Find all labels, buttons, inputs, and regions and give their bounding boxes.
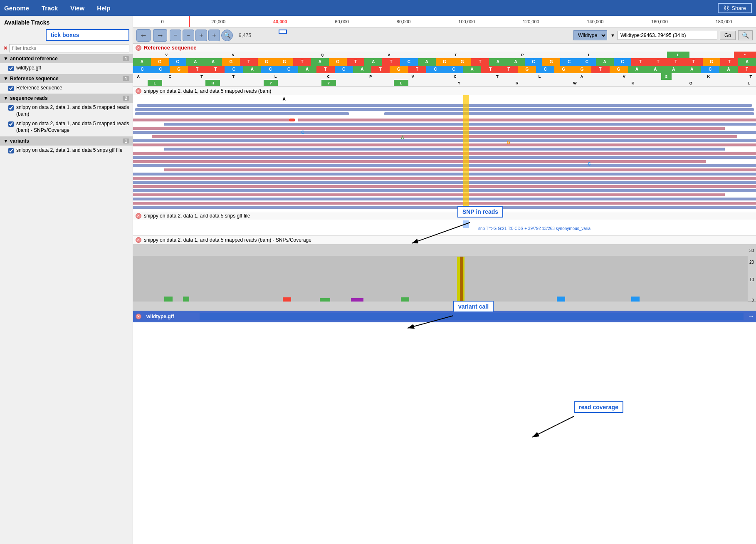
ref-seq-label: Reference sequence — [144, 45, 196, 51]
snp-in-reads-callout: SNP in reads — [457, 206, 503, 218]
cov-snip-red — [283, 297, 291, 302]
snp-track-close-btn[interactable]: ✕ — [136, 213, 141, 219]
ruler-tick-3: 60,000 — [335, 19, 349, 24]
go-button[interactable]: Go — [720, 31, 736, 40]
cov-y-0: 0 — [751, 298, 754, 303]
cov-peak-orange — [460, 257, 463, 302]
ref-seq-close-btn[interactable]: ✕ — [136, 45, 141, 51]
ruler-tick-6: 120,000 — [523, 19, 539, 24]
menu-view[interactable]: View — [70, 5, 84, 12]
menu-genome[interactable]: Genome — [4, 5, 29, 12]
track-group-header-annotated[interactable]: ▼annotated reference 1 — [0, 54, 133, 63]
zoom-out-btn-2[interactable]: − — [183, 30, 194, 41]
ruler-tick-2: 40,000 — [273, 19, 287, 24]
ruler-tick-5: 100,000 — [458, 19, 475, 24]
zoom-in-btn-2[interactable]: + — [208, 30, 220, 41]
coverage-close-btn[interactable]: ✕ — [136, 237, 141, 243]
controls-row: ← → − − + + 🔍 9,475 Wildtype ▼ Go 🔍 — [133, 27, 756, 44]
cov-y-30: 30 — [749, 248, 754, 253]
annot-bar — [200, 313, 744, 320]
track-item-snps-gff: snippy on data 2, data 1, and data 5 snp… — [0, 146, 133, 156]
right-panel: 0 20,000 40,000 60,000 80,000 100,000 12… — [133, 16, 756, 544]
read-row-p5 — [133, 143, 756, 146]
ruler-tick-4: 80,000 — [397, 19, 411, 24]
menu-items: Genome Track View Help — [4, 5, 718, 12]
reference-seq-track: ✕ Reference sequence V V Q V T — [133, 44, 756, 87]
ruler-tick-1: 20,000 — [211, 19, 225, 24]
zoom-out-btn[interactable]: − — [170, 30, 181, 41]
cov-bg-bar — [133, 256, 748, 302]
track-checkbox-reads-bam[interactable] — [8, 105, 14, 111]
reads-label: snippy on data 2, data 1, and data 5 map… — [144, 88, 271, 94]
reads-area: A C — [133, 95, 756, 212]
menu-track[interactable]: Track — [42, 5, 58, 12]
read-row-b13 — [133, 206, 756, 209]
track-group-header-variants[interactable]: ▼variants 1 — [0, 136, 133, 146]
read-a-label: A — [283, 97, 286, 101]
location-select[interactable]: Wildtype — [573, 30, 607, 40]
track-checkbox-snps-gff[interactable] — [8, 148, 14, 153]
read-c-label2: C — [588, 162, 591, 166]
genome-viewer[interactable]: ✕ Reference sequence V V Q V T — [133, 44, 756, 544]
read-row-pink-2 — [298, 119, 756, 121]
read-coverage-arrow — [524, 412, 590, 445]
filter-clear-icon[interactable]: ✕ — [3, 45, 7, 51]
search-icon-btn[interactable]: 🔍 — [738, 30, 753, 40]
read-row-b12 — [133, 198, 756, 200]
snp-detail-text: snp T=>G G:21 T:0 CDS + 39/792 13/263 sy… — [476, 225, 593, 232]
zoom-callout — [279, 30, 287, 34]
read-row-p7 — [133, 160, 706, 163]
track-item-wildtype-gff: wildtype.gff — [0, 63, 133, 73]
reads-track: ✕ snippy on data 2, data 1, and data 5 m… — [133, 87, 756, 212]
main-layout: Available Tracks tick boxes ✕ ▼annotated… — [0, 16, 756, 544]
read-row-p9 — [133, 177, 756, 180]
share-button[interactable]: ⛓ Share — [718, 3, 752, 13]
read-g-label: G — [507, 140, 510, 145]
read-row-b6 — [164, 148, 725, 151]
read-row-3 — [135, 112, 349, 115]
cov-snip-purple — [351, 298, 363, 302]
dna-row-2: C C G T T C A C C A T C A T G — [133, 66, 756, 73]
track-checkbox-reads-snps-cov[interactable] — [8, 121, 14, 127]
cov-y-20: 20 — [749, 260, 754, 265]
read-a-label2: A — [401, 135, 404, 140]
cov-snip-blue — [557, 297, 565, 302]
read-c-label: C — [301, 130, 304, 135]
track-group-header-refseq[interactable]: ▼Reference sequence 1 — [0, 74, 133, 83]
cov-snip-green1 — [164, 297, 173, 302]
filter-input[interactable] — [9, 44, 129, 52]
location-input[interactable] — [618, 31, 717, 40]
track-checkbox-reference-sequence[interactable] — [8, 86, 14, 91]
read-row-b8 — [133, 164, 756, 167]
aa-row-bottom2: L H Y Y L Y R W — [133, 80, 756, 87]
read-row-b4 — [133, 131, 756, 134]
read-row-pink-1 — [133, 119, 289, 121]
annot-arrow: → — [748, 313, 754, 320]
reads-close-btn[interactable]: ✕ — [136, 88, 141, 94]
dna-row-1: A G C A A G T G G T A G T A T — [133, 58, 756, 66]
zoom-in-btn[interactable]: + — [195, 30, 207, 41]
menu-help[interactable]: Help — [97, 5, 111, 12]
nav-back-button[interactable]: ← — [136, 29, 151, 42]
track-group-sequence-reads: ▼sequence reads 2 snippy on data 2, data… — [0, 94, 133, 135]
ruler-bar: 0 20,000 40,000 60,000 80,000 100,000 12… — [133, 16, 756, 27]
cov-snip-green2 — [183, 297, 189, 302]
track-item-reads-bam: snippy on data 2, data 1, and data 5 map… — [0, 103, 133, 119]
ruler-tick-9: 180,000 — [716, 19, 732, 24]
read-row-1 — [137, 104, 752, 107]
ruler-ticks: 0 20,000 40,000 60,000 80,000 100,000 12… — [137, 19, 756, 24]
track-group-header-seqreads[interactable]: ▼sequence reads 2 — [0, 94, 133, 103]
zoom-search-btn[interactable]: 🔍 — [221, 30, 233, 41]
controls-wrapper: ← → − − + + 🔍 9,475 Wildtype ▼ Go 🔍 — [133, 27, 756, 44]
read-row-b9 — [133, 173, 756, 176]
annot-close-btn[interactable]: ✕ — [136, 314, 141, 319]
ruler-tick-0: 0 — [161, 19, 163, 24]
zoom-controls: − − + + 🔍 — [170, 30, 233, 41]
filter-row: ✕ — [0, 42, 133, 54]
read-row-b11 — [133, 189, 756, 192]
track-checkbox-wildtype-gff[interactable] — [8, 66, 14, 71]
reads-track-label: ✕ snippy on data 2, data 1, and data 5 m… — [133, 87, 756, 95]
track-group-reference-sequence: ▼Reference sequence 1 Reference sequence — [0, 74, 133, 93]
nav-forward-button[interactable]: → — [153, 29, 167, 42]
read-row-p3 — [133, 127, 725, 130]
